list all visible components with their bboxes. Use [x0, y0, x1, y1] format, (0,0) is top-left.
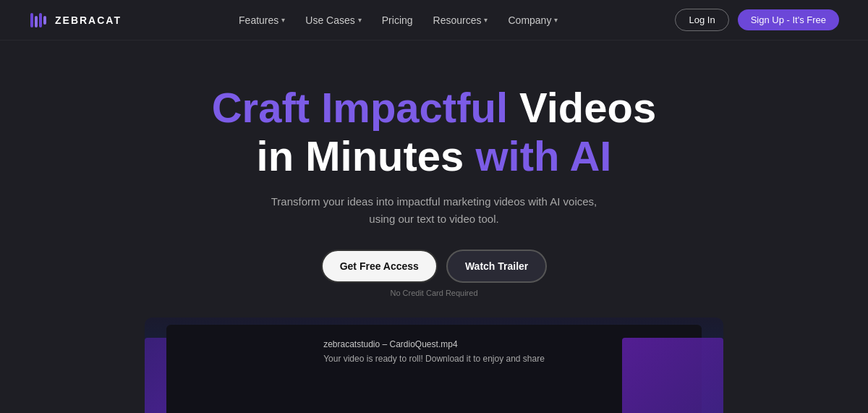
chevron-down-icon: ▾ [281, 16, 285, 24]
chevron-down-icon: ▾ [358, 16, 362, 24]
signup-button[interactable]: Sign Up - It's Free [738, 9, 839, 30]
get-free-access-button[interactable]: Get Free Access [321, 250, 438, 283]
video-side-panel-right [622, 338, 723, 413]
nav-resources[interactable]: Resources ▾ [433, 14, 488, 26]
hero-title-highlight-2: with AI [464, 132, 611, 179]
video-filename: zebracatstudio – CardioQuest.mp4 [323, 339, 545, 349]
nav-pricing[interactable]: Pricing [382, 14, 413, 26]
hero-title-white-1: Videos [508, 84, 656, 131]
video-message: Your video is ready to roll! Download it… [323, 354, 545, 364]
svg-rect-1 [35, 16, 38, 27]
hero-buttons: Get Free Access Watch Trailer [321, 250, 548, 283]
svg-rect-2 [39, 13, 42, 27]
nav-features[interactable]: Features ▾ [239, 14, 285, 26]
hero-title: Craft Impactful Videos in Minutes with A… [212, 84, 657, 180]
navbar-actions: Log In Sign Up - It's Free [675, 9, 839, 31]
hero-subtitle: Transform your ideas into impactful mark… [268, 193, 600, 228]
chevron-down-icon: ▾ [484, 16, 488, 24]
svg-rect-3 [43, 16, 46, 25]
hero-title-white-2: in Minutes [257, 132, 464, 179]
logo-area: ZEBRACAT [29, 10, 122, 30]
chevron-down-icon: ▾ [554, 16, 558, 24]
nav-use-cases[interactable]: Use Cases ▾ [305, 14, 361, 26]
video-preview: zebracatstudio – CardioQuest.mp4 Your vi… [145, 318, 723, 413]
nav-links: Features ▾ Use Cases ▾ Pricing Resources… [239, 14, 558, 26]
watch-trailer-button[interactable]: Watch Trailer [446, 250, 547, 283]
navbar: ZEBRACAT Features ▾ Use Cases ▾ Pricing … [0, 0, 868, 41]
zebracat-logo-icon [29, 10, 49, 30]
logo-text: ZEBRACAT [55, 14, 122, 26]
hero-title-highlight-1: Craft Impactful [212, 84, 508, 131]
video-text-overlay: zebracatstudio – CardioQuest.mp4 Your vi… [323, 339, 545, 364]
no-credit-card-text: No Credit Card Required [390, 289, 477, 297]
nav-company[interactable]: Company ▾ [508, 14, 558, 26]
login-button[interactable]: Log In [675, 9, 728, 31]
video-inner-frame: zebracatstudio – CardioQuest.mp4 Your vi… [166, 325, 702, 413]
svg-rect-0 [30, 13, 33, 27]
hero-section: Craft Impactful Videos in Minutes with A… [0, 41, 868, 413]
